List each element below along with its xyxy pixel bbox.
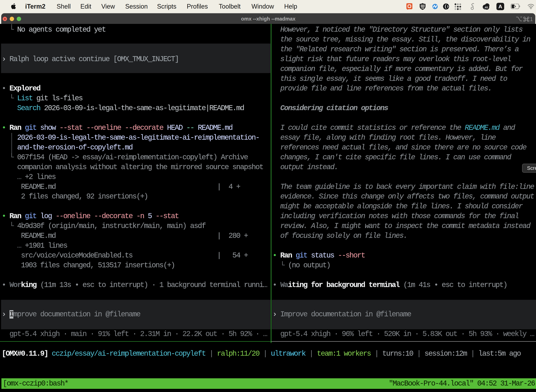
svg-text:1: 1 xyxy=(530,16,533,22)
svg-text:..61: ..61 xyxy=(483,6,488,9)
